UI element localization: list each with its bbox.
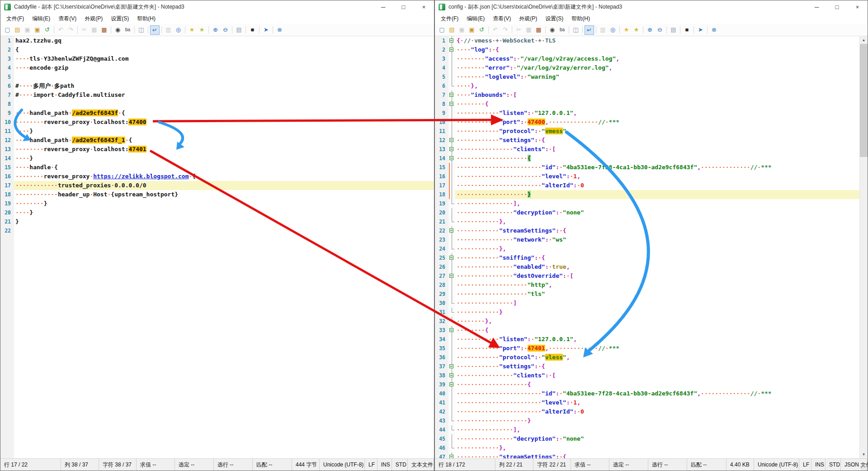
- zoom-out-icon[interactable]: ⊖: [221, 25, 230, 35]
- code-line-22[interactable]: 22: [0, 226, 434, 235]
- resize-grip[interactable]: [861, 464, 867, 470]
- word-wrap-icon[interactable]: ↵: [150, 25, 160, 35]
- pin-window-icon[interactable]: ➤: [261, 25, 271, 35]
- menu-edit[interactable]: 编辑(E): [28, 14, 54, 24]
- revert-file-icon[interactable]: ↺: [42, 25, 52, 35]
- maximize-button[interactable]: □: [393, 0, 414, 13]
- code-line-7[interactable]: 7#····import·Caddyfile.multiuser: [0, 90, 434, 100]
- menu-help[interactable]: 帮助(H): [567, 14, 594, 24]
- status-encoding[interactable]: Unicode (UTF-8): [754, 459, 799, 471]
- code-line-4[interactable]: 4····encode·gzip: [0, 63, 434, 72]
- code-line-19[interactable]: 19················],: [435, 199, 860, 208]
- titlebar[interactable]: config - 副本.json [C:\Users\txica\OneDriv…: [435, 0, 868, 13]
- code-line-20[interactable]: 20················"decryption":·"none": [435, 208, 860, 217]
- menu-edit[interactable]: 编辑(E): [462, 14, 489, 24]
- code-line-45[interactable]: 45················"decryption":·"none": [435, 434, 860, 443]
- code-line-46[interactable]: 46············},: [435, 443, 860, 452]
- cut-icon[interactable]: ✂: [80, 25, 89, 35]
- scroll-up-arrow-icon[interactable]: ▲: [860, 36, 868, 44]
- copy-icon[interactable]: ▦: [524, 25, 533, 35]
- redo-icon[interactable]: ↷: [66, 25, 75, 35]
- code-line-11[interactable]: 11····}: [0, 127, 434, 136]
- code-line-20[interactable]: 20····}: [0, 208, 434, 217]
- replace-icon[interactable]: ba: [123, 25, 132, 35]
- code-line-43[interactable]: 43····················}: [435, 416, 860, 425]
- code-line-12[interactable]: 12············"settings":·{: [435, 136, 860, 145]
- save-as-icon[interactable]: ▣: [467, 25, 476, 35]
- code-line-1[interactable]: 1hax2.tzzhu.gq: [0, 36, 434, 45]
- open-file-icon[interactable]: ▤: [13, 25, 22, 35]
- copy-move-icon[interactable]: ▥: [164, 25, 173, 35]
- minimize-button[interactable]: ─: [373, 0, 393, 13]
- save-as-icon[interactable]: ▣: [33, 25, 42, 35]
- fold-marker-icon[interactable]: [448, 452, 455, 458]
- code-line-24[interactable]: 24············},: [435, 244, 860, 253]
- save-file-icon[interactable]: ▣: [457, 25, 467, 35]
- status-insert-mode[interactable]: INS: [811, 459, 826, 471]
- fold-marker-icon[interactable]: [448, 371, 455, 380]
- code-line-13[interactable]: 13················"clients":·[: [435, 145, 860, 154]
- find-icon[interactable]: ◉: [547, 25, 557, 35]
- close-file-icon[interactable]: ⊗: [275, 25, 284, 35]
- fold-marker-icon[interactable]: [448, 136, 455, 145]
- fold-marker-icon[interactable]: [448, 36, 455, 45]
- status-encoding[interactable]: Unicode (UTF-8): [320, 459, 365, 471]
- code-line-26[interactable]: 26················"enabled":·true,: [435, 262, 860, 271]
- zoom-box-icon[interactable]: ◫: [571, 25, 580, 35]
- code-line-23[interactable]: 23················"network":·"ws": [435, 235, 860, 244]
- status-file-type[interactable]: 文本文件: [408, 459, 434, 471]
- code-line-16[interactable]: 16························"level":·1,: [435, 172, 860, 181]
- scroll-down-arrow-icon[interactable]: ▼: [860, 451, 868, 458]
- code-line-9[interactable]: 9····handle_path·/ad2e9cf6843f·{: [0, 109, 434, 118]
- code-line-41[interactable]: 41························"level":·1,: [435, 398, 860, 407]
- encoding-icon[interactable]: ◎: [608, 25, 618, 35]
- fold-marker-icon[interactable]: [448, 45, 455, 54]
- undo-icon[interactable]: ↶: [491, 25, 500, 35]
- titlebar[interactable]: Caddyfile - 副本 [C:\Users\txica\OneDrive\…: [0, 0, 434, 13]
- code-line-3[interactable]: 3····tls·Y3JhenlwZWFjZQ@gmail.com: [0, 54, 434, 63]
- open-file-icon[interactable]: ▤: [447, 25, 457, 35]
- menu-appearance[interactable]: 外观(P): [515, 14, 541, 24]
- fold-marker-icon[interactable]: [448, 100, 455, 109]
- code-line-8[interactable]: 8········{: [435, 100, 860, 109]
- code-line-5[interactable]: 5········"loglevel":·"warning": [435, 72, 860, 81]
- cut-icon[interactable]: ✂: [514, 25, 524, 35]
- code-line-11[interactable]: 11············"protocol":·"vmess",: [435, 127, 860, 136]
- code-line-31[interactable]: 31············}: [435, 308, 860, 317]
- word-wrap-icon[interactable]: ↵: [585, 25, 594, 35]
- code-line-18[interactable]: 18····················}: [435, 190, 860, 199]
- zoom-in-icon[interactable]: ⊕: [211, 25, 220, 35]
- copy-move-icon[interactable]: ▥: [598, 25, 608, 35]
- code-line-18[interactable]: 18············header_up·Host·{upstream_h…: [0, 190, 434, 199]
- redo-icon[interactable]: ↷: [500, 25, 510, 35]
- paste-icon[interactable]: ▩: [99, 25, 109, 35]
- menu-view[interactable]: 查看(V): [489, 14, 515, 24]
- minimize-button[interactable]: ─: [807, 0, 827, 13]
- close-file-icon[interactable]: ⊗: [709, 25, 719, 35]
- code-line-37[interactable]: 37············"settings":·{: [435, 362, 860, 371]
- code-line-3[interactable]: 3········"access":·"/var/log/v2ray/acces…: [435, 54, 860, 63]
- save-file-icon[interactable]: ▣: [23, 25, 32, 35]
- code-line-14[interactable]: 14····}: [0, 154, 434, 163]
- code-line-36[interactable]: 36············"protocol":·"vless",: [435, 353, 860, 362]
- code-line-17[interactable]: 17························"alterId":·0: [435, 181, 860, 190]
- document-stats-icon[interactable]: ▤: [234, 25, 244, 35]
- code-line-10[interactable]: 10············"port":·47400,············…: [435, 118, 860, 127]
- code-line-33[interactable]: 33········{: [435, 326, 860, 335]
- code-line-7[interactable]: 7····"inbounds":·[: [435, 90, 860, 100]
- fold-marker-icon[interactable]: [448, 90, 455, 100]
- code-line-6[interactable]: 6····},: [435, 81, 860, 90]
- editor[interactable]: 1{·//·vmess·+·WebSocket·+·TLS2····"log":…: [435, 36, 868, 458]
- code-line-14[interactable]: 14····················{: [435, 154, 860, 163]
- add-favorite-icon[interactable]: ★: [197, 25, 207, 35]
- status-eol-mode[interactable]: LF: [365, 459, 377, 471]
- status-std-mode[interactable]: STD: [826, 459, 841, 471]
- paste-icon[interactable]: ▩: [534, 25, 543, 35]
- code-line-12[interactable]: 12····handle_path·/ad2e9cf6843f_1·{: [0, 136, 434, 145]
- code-line-27[interactable]: 27················"destOverride":·[: [435, 271, 860, 281]
- find-icon[interactable]: ◉: [113, 25, 123, 35]
- document-stats-icon[interactable]: ▤: [669, 25, 678, 35]
- revert-file-icon[interactable]: ↺: [477, 25, 486, 35]
- code-line-28[interactable]: 28····················"http",: [435, 281, 860, 290]
- code-line-2[interactable]: 2{: [0, 45, 434, 54]
